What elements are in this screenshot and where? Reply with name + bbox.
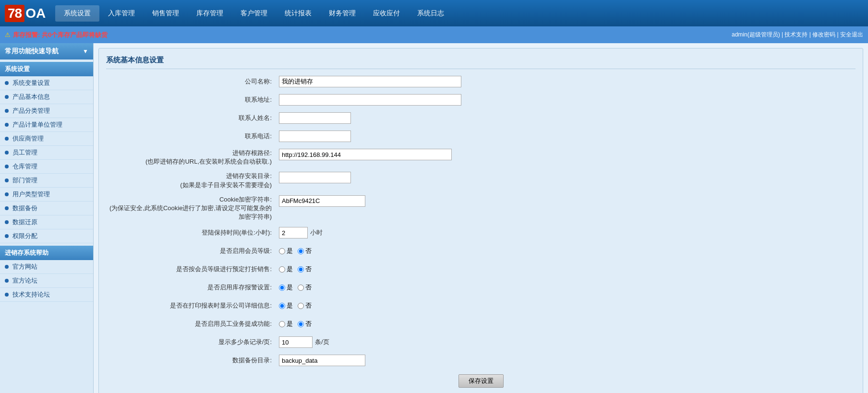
radio-discount-no-input[interactable]	[298, 266, 304, 273]
sidebar-item-label: 仓库管理	[12, 162, 37, 171]
nav-item-系统日志[interactable]: 系统日志	[409, 5, 453, 22]
row-member-level: 是否启用会员等级: 是 否	[106, 244, 856, 258]
radio-stock-yes-label: 是	[287, 283, 293, 292]
sidebar-item-label: 数据备份	[12, 204, 37, 213]
radio-print-yes[interactable]: 是	[279, 301, 293, 310]
input-login-time[interactable]	[279, 227, 308, 238]
nav-item-销售管理[interactable]: 销售管理	[144, 5, 188, 22]
row-print-detail: 是否在打印报表时显示公司详细信息: 是 否	[106, 299, 856, 312]
radio-discount-no[interactable]: 否	[298, 265, 312, 274]
radio-print-no[interactable]: 否	[298, 301, 312, 310]
input-company-name[interactable]	[279, 76, 461, 87]
sidebar-item-label: 系统变量设置	[12, 79, 50, 87]
input-phone[interactable]	[279, 131, 351, 142]
radio-stock-no[interactable]: 否	[298, 283, 312, 292]
label-cookie: Cookie加密字符串: (为保证安全,此系统Cookie进行了加密,请设定尽可…	[106, 194, 279, 222]
radio-discount-yes[interactable]: 是	[279, 265, 293, 274]
row-login-time: 登陆保持时间(单位:小时): 小时	[106, 226, 856, 239]
radio-member-no-label: 否	[305, 247, 312, 255]
control-records-per-page: 条/页	[279, 336, 461, 348]
input-address[interactable]	[279, 94, 461, 106]
radio-group-employee-task: 是 否	[279, 320, 461, 328]
nav-item-系统设置[interactable]: 系统设置	[55, 5, 99, 22]
section-title: 系统基本信息设置	[106, 56, 856, 69]
sidebar-item-用户类型管理[interactable]: 用户类型管理	[0, 188, 93, 202]
radio-employee-no[interactable]: 否	[298, 320, 312, 328]
nav-item-统计报表[interactable]: 统计报表	[276, 5, 320, 22]
control-install-dir	[279, 171, 461, 183]
radio-discount-yes-input[interactable]	[279, 266, 285, 273]
row-phone: 联系电话:	[106, 130, 856, 143]
input-install-dir[interactable]	[279, 172, 351, 183]
label-backup-dir: 数据备份目录:	[106, 356, 279, 365]
sidebar-item-供应商管理[interactable]: 供应商管理	[0, 132, 93, 146]
nav-item-应收应付[interactable]: 应收应付	[364, 5, 409, 22]
sidebar-item-产品基本信息[interactable]: 产品基本信息	[0, 90, 93, 104]
sidebar-item-系统变量设置[interactable]: 系统变量设置	[0, 76, 93, 90]
nav-item-库存管理[interactable]: 库存管理	[188, 5, 232, 22]
radio-member-no-input[interactable]	[298, 248, 304, 254]
radio-employee-yes-label: 是	[287, 320, 293, 328]
logo-text: 78	[5, 5, 24, 22]
sidebar-item-权限分配[interactable]: 权限分配	[0, 229, 93, 243]
radio-member-no[interactable]: 否	[298, 247, 312, 255]
input-root-path[interactable]	[279, 149, 452, 160]
sidebar-item-数据迁原[interactable]: 数据迁原	[0, 215, 93, 229]
sidebar-item-产品分类管理[interactable]: 产品分类管理	[0, 104, 93, 118]
sidebar-item-label: 权限分配	[12, 232, 37, 240]
radio-stock-no-label: 否	[305, 283, 312, 292]
header: 78 OA 系统设置入库管理销售管理库存管理客户管理统计报表财务管理应收应付系统…	[0, 0, 868, 26]
sidebar-help-item-宣方论坛[interactable]: 宣方论坛	[0, 274, 93, 288]
sidebar-item-产品计量单位管理[interactable]: 产品计量单位管理	[0, 118, 93, 132]
input-cookie[interactable]	[279, 195, 365, 207]
sidebar-item-数据备份[interactable]: 数据备份	[0, 202, 93, 215]
row-backup-dir: 数据备份目录:	[106, 354, 856, 367]
radio-group-stock-warning: 是 否	[279, 283, 461, 292]
sidebar-item-label: 部门管理	[12, 176, 37, 185]
input-contact[interactable]	[279, 112, 351, 124]
save-button[interactable]: 保存设置	[458, 374, 504, 388]
label-discount: 是否按会员等级进行预定打折销售:	[106, 265, 279, 274]
sidebar-item-label: 员工管理	[12, 148, 37, 157]
input-records-per-page[interactable]	[279, 336, 313, 348]
nav-item-财务管理[interactable]: 财务管理	[320, 5, 364, 22]
sidebar-item-员工管理[interactable]: 员工管理	[0, 146, 93, 160]
row-employee-task: 是否启用员工业务提成功能: 是 否	[106, 317, 856, 331]
sidebar-dot	[5, 192, 9, 196]
sidebar-help-item-官方网站[interactable]: 官方网站	[0, 260, 93, 274]
row-address: 联系地址:	[106, 93, 856, 107]
radio-group-print-detail: 是 否	[279, 301, 461, 310]
radio-stock-no-input[interactable]	[298, 285, 304, 291]
sidebar-help-items: 官方网站宣方论坛技术支持论坛	[0, 260, 93, 302]
radio-print-no-input[interactable]	[298, 303, 304, 309]
sidebar: 常用功能快速导航 ▼ 系统设置 系统变量设置产品基本信息产品分类管理产品计量单位…	[0, 43, 94, 393]
radio-member-yes-input[interactable]	[279, 248, 285, 254]
row-records-per-page: 显示多少条记录/页: 条/页	[106, 335, 856, 349]
radio-stock-yes-input[interactable]	[279, 285, 285, 291]
sidebar-item-仓库管理[interactable]: 仓库管理	[0, 160, 93, 174]
row-cookie: Cookie加密字符串: (为保证安全,此系统Cookie进行了加密,请设定尽可…	[106, 194, 856, 222]
sidebar-header: 常用功能快速导航 ▼	[0, 43, 93, 60]
radio-employee-no-input[interactable]	[298, 321, 304, 327]
sidebar-collapse-icon[interactable]: ▼	[83, 48, 88, 55]
label-employee-task: 是否启用员工业务提成功能:	[106, 320, 279, 328]
warning-text: 库存报警: 共0个库存产品即将缺货	[13, 31, 108, 39]
radio-member-yes[interactable]: 是	[279, 247, 293, 255]
label-phone: 联系电话:	[106, 132, 279, 141]
nav-item-客户管理[interactable]: 客户管理	[232, 5, 276, 22]
logo: 78 OA	[5, 5, 46, 22]
sidebar-item-部门管理[interactable]: 部门管理	[0, 174, 93, 188]
radio-employee-yes[interactable]: 是	[279, 320, 293, 328]
control-phone	[279, 131, 461, 142]
radio-stock-yes[interactable]: 是	[279, 283, 293, 292]
toolbar-left: ⚠ 库存报警: 共0个库存产品即将缺货	[5, 31, 108, 39]
label-install-dir: 进销存安装目录: (如果是非子目录安装不需要理会)	[106, 171, 279, 189]
input-backup-dir[interactable]	[279, 355, 365, 366]
sidebar-item-label: 技术支持论坛	[12, 290, 50, 299]
radio-employee-yes-input[interactable]	[279, 321, 285, 327]
sidebar-help-item-技术支持论坛[interactable]: 技术支持论坛	[0, 288, 93, 302]
radio-discount-no-label: 否	[305, 265, 312, 274]
nav-item-入库管理[interactable]: 入库管理	[99, 5, 144, 22]
control-contact	[279, 112, 461, 124]
radio-print-yes-input[interactable]	[279, 303, 285, 309]
